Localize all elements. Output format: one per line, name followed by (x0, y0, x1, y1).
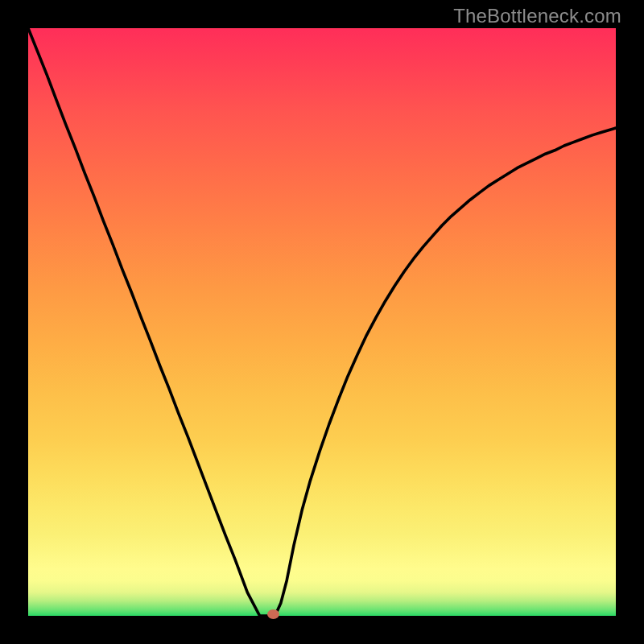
optimum-marker (267, 609, 279, 619)
bottleneck-curve (28, 28, 616, 616)
watermark-text: TheBottleneck.com (453, 5, 621, 27)
plot-area (28, 28, 616, 616)
chart-frame: TheBottleneck.com (0, 0, 644, 644)
